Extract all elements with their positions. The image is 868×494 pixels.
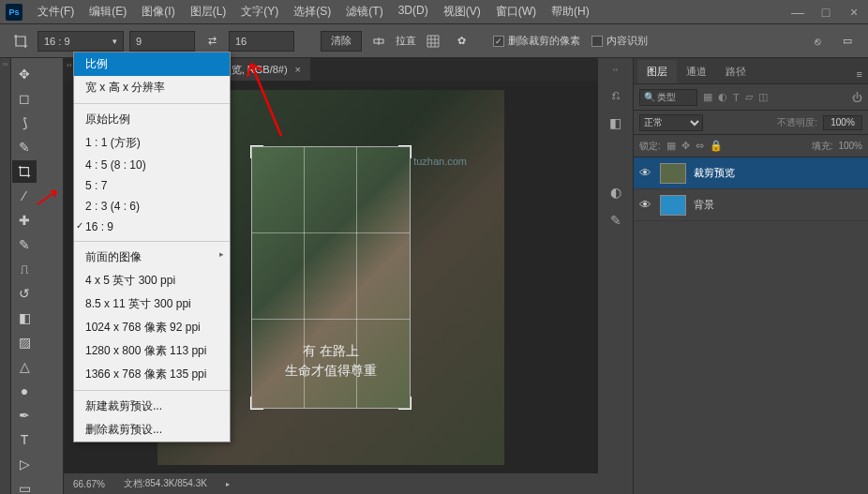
filter-type-dropdown[interactable]: 🔍 类型 (639, 89, 697, 106)
height-input[interactable]: 16 (229, 31, 294, 52)
close-tab-icon[interactable]: × (295, 64, 301, 75)
opacity-value[interactable]: 100% (823, 115, 862, 130)
menu-item[interactable]: 窗口(W) (488, 4, 544, 20)
tab-channels[interactable]: 通道 (677, 60, 716, 83)
lock-artboard-icon[interactable]: ⇔ (696, 140, 704, 152)
layer-name[interactable]: 背景 (694, 198, 714, 212)
dropdown-item[interactable]: 16 : 9 (74, 217, 230, 237)
dropdown-item[interactable]: 8.5 x 11 英寸 300 ppi (74, 292, 230, 316)
filter-adjust-icon[interactable]: ◐ (718, 91, 727, 103)
history-panel-icon[interactable]: ⎌ (612, 87, 620, 102)
visibility-icon[interactable]: 👁 (639, 198, 652, 212)
menu-item[interactable]: 选择(S) (286, 4, 338, 20)
zoom-level[interactable]: 66.67% (73, 479, 105, 489)
share-icon[interactable]: ⎋ (806, 30, 829, 52)
dropdown-item[interactable]: 删除裁剪预设... (74, 418, 230, 442)
shape-tool[interactable]: ▭ (12, 477, 37, 494)
pen-tool[interactable]: ✒ (12, 404, 37, 427)
menu-item[interactable]: 文字(Y) (233, 4, 286, 20)
blur-tool[interactable]: △ (12, 355, 37, 378)
dropdown-item[interactable]: 原始比例 (74, 108, 230, 131)
gear-icon[interactable]: ✿ (450, 30, 472, 52)
crop-tool[interactable] (12, 160, 37, 183)
layer-thumbnail[interactable] (660, 195, 686, 216)
delete-pixels-checkbox[interactable]: 删除裁剪的像素 (493, 34, 580, 48)
dropdown-item[interactable]: 1280 x 800 像素 113 ppi (74, 339, 230, 363)
dropdown-item[interactable]: 1366 x 768 像素 135 ppi (74, 363, 230, 386)
layer-thumbnail[interactable] (660, 163, 686, 184)
layer-row-crop-preview[interactable]: 👁 裁剪预览 (634, 157, 868, 189)
fill-value[interactable]: 100% (838, 141, 862, 151)
filter-image-icon[interactable]: ▦ (703, 91, 712, 103)
filter-shape-icon[interactable]: ▱ (745, 91, 753, 103)
brushes-panel-icon[interactable]: ✎ (610, 213, 621, 228)
path-select-tool[interactable]: ▷ (12, 453, 37, 475)
dropdown-item[interactable]: 4 : 5 (8 : 10) (74, 155, 230, 175)
filter-smart-icon[interactable]: ◫ (758, 91, 768, 103)
eraser-tool[interactable]: ◧ (12, 307, 37, 329)
menu-item[interactable]: 滤镜(T) (338, 4, 390, 20)
content-aware-checkbox[interactable]: 内容识别 (591, 34, 648, 48)
minimize-button[interactable]: — (784, 2, 812, 22)
dropdown-item[interactable]: 2 : 3 (4 : 6) (74, 196, 230, 217)
gradient-tool[interactable]: ▨ (12, 331, 37, 353)
tab-layers[interactable]: 图层 (637, 60, 677, 83)
panel-menu-icon[interactable]: ≡ (851, 65, 868, 83)
move-tool[interactable]: ✥ (12, 63, 37, 85)
maximize-button[interactable]: □ (812, 2, 840, 22)
clear-button[interactable]: 清除 (321, 31, 362, 52)
dropdown-item[interactable]: 宽 x 高 x 分辨率 (74, 76, 230, 99)
properties-panel-icon[interactable]: ◧ (609, 115, 621, 130)
adjustments-panel-icon[interactable]: ◐ (610, 185, 621, 200)
marquee-tool[interactable]: ◻ (12, 87, 37, 110)
dropdown-item[interactable]: 前面的图像 (74, 246, 230, 269)
brush-tool[interactable]: ✎ (12, 233, 37, 256)
width-input[interactable]: 9 (129, 31, 195, 52)
crop-handle-bl[interactable] (250, 397, 263, 410)
menu-item[interactable]: 文件(F) (30, 4, 82, 20)
expand-strip-left[interactable]: ›› (0, 58, 11, 494)
menu-item[interactable]: 视图(V) (436, 4, 488, 20)
layer-name[interactable]: 裁剪预览 (694, 166, 735, 180)
crop-handle-br[interactable] (398, 397, 412, 410)
stamp-tool[interactable]: ⎍ (12, 258, 37, 280)
crop-region[interactable]: tuzhan.com 有 在路上 生命才值得尊重 (251, 146, 411, 409)
tab-paths[interactable]: 路径 (716, 60, 756, 83)
menu-item[interactable]: 3D(D) (391, 4, 436, 20)
ratio-dropdown-menu[interactable]: 比例宽 x 高 x 分辨率原始比例1 : 1 (方形)4 : 5 (8 : 10… (73, 52, 231, 442)
dropdown-item[interactable]: 5 : 7 (74, 175, 230, 196)
type-tool[interactable]: T (12, 428, 37, 451)
swap-icon[interactable]: ⇄ (201, 30, 223, 52)
menu-item[interactable]: 图层(L) (183, 4, 234, 20)
dropdown-item[interactable]: 比例 (74, 52, 230, 76)
lock-position-icon[interactable]: ✥ (681, 140, 690, 152)
dodge-tool[interactable]: ● (12, 380, 37, 402)
straighten-icon[interactable] (367, 30, 390, 52)
menu-item[interactable]: 编辑(E) (82, 4, 134, 20)
close-button[interactable]: × (840, 2, 868, 22)
healing-tool[interactable]: ✚ (12, 209, 37, 232)
dropdown-item[interactable]: 1024 x 768 像素 92 ppi (74, 316, 230, 339)
menu-item[interactable]: 帮助(H) (544, 4, 597, 20)
menu-item[interactable]: 图像(I) (134, 4, 182, 20)
blend-mode-dropdown[interactable]: 正常 (639, 114, 703, 131)
visibility-icon[interactable]: 👁 (639, 166, 652, 180)
history-brush-tool[interactable]: ↺ (12, 282, 37, 305)
dropdown-item[interactable]: 4 x 5 英寸 300 ppi (74, 269, 230, 292)
layer-row-background[interactable]: 👁 背景 (634, 189, 868, 221)
filter-toggle[interactable]: ⏻ (852, 92, 862, 103)
quick-select-tool[interactable]: ✎ (12, 136, 37, 158)
dropdown-item[interactable]: 1 : 1 (方形) (74, 131, 230, 155)
filter-type-icon[interactable]: T (733, 92, 740, 103)
lock-pixels-icon[interactable]: ▦ (666, 140, 676, 152)
eyedropper-tool[interactable]: ⁄ (12, 185, 37, 207)
ratio-dropdown[interactable]: 16 : 9 ▾ (37, 31, 124, 52)
dropdown-item[interactable]: 新建裁剪预设... (74, 395, 230, 418)
workspace-icon[interactable]: ▭ (836, 30, 859, 52)
lock-all-icon[interactable]: 🔒 (710, 140, 723, 152)
grid-icon[interactable] (422, 30, 444, 52)
crop-handle-tl[interactable] (250, 145, 263, 158)
crop-handle-tr[interactable] (398, 145, 412, 158)
lasso-tool[interactable]: ⟆ (12, 112, 37, 134)
doc-size[interactable]: 文档:854.3K/854.3K (124, 477, 207, 490)
